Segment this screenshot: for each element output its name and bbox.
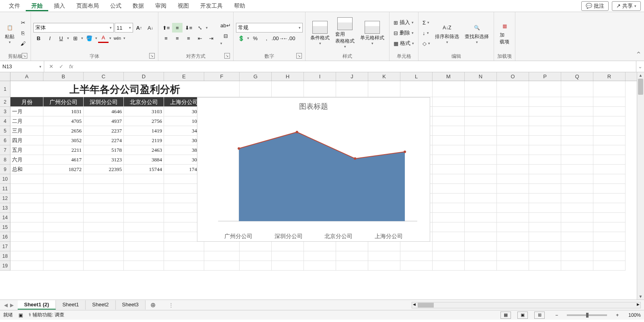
cell[interactable] (561, 145, 593, 155)
cell[interactable] (529, 136, 561, 145)
cell[interactable] (84, 222, 124, 232)
cell[interactable] (497, 81, 529, 97)
align-center-button[interactable]: ≡ (172, 33, 183, 43)
col-header[interactable]: R (593, 72, 626, 81)
cell[interactable]: 3123 (84, 155, 124, 165)
cell[interactable] (529, 81, 561, 97)
cell[interactable] (497, 242, 529, 251)
col-header[interactable]: H (272, 72, 304, 81)
cell[interactable] (593, 194, 626, 203)
cell[interactable] (304, 81, 336, 97)
embedded-chart[interactable]: 图表标题 广州分公司 深圳分公司 北京分公司 上海分公司 (197, 97, 430, 242)
cell[interactable] (593, 81, 626, 97)
cell[interactable]: 六月 (10, 155, 43, 165)
cell[interactable] (497, 145, 529, 155)
tab-insert[interactable]: 插入 (48, 1, 71, 11)
row-header[interactable]: 7 (0, 145, 10, 155)
cell[interactable] (529, 251, 561, 261)
align-bottom-button[interactable]: ⬇≡ (183, 23, 194, 33)
cell[interactable] (529, 184, 561, 194)
cell[interactable] (593, 165, 626, 174)
col-header[interactable]: O (497, 72, 529, 81)
cell[interactable] (272, 81, 304, 97)
cell[interactable] (433, 213, 465, 222)
paste-button[interactable]: 📋 粘贴▾ (2, 22, 17, 44)
cell[interactable] (84, 251, 124, 261)
cell[interactable] (124, 174, 164, 184)
format-cells-button[interactable]: ▦ 格式 ▾ (392, 39, 416, 48)
cell[interactable] (593, 174, 626, 184)
cell[interactable] (593, 213, 626, 222)
cell[interactable] (84, 174, 124, 184)
cell[interactable] (304, 261, 336, 271)
orientation-button[interactable]: ⤡ (195, 23, 205, 33)
cell[interactable] (465, 232, 497, 242)
row-header[interactable]: 8 (0, 155, 10, 165)
row-header[interactable]: 10 (0, 174, 10, 184)
cell[interactable]: 三月 (10, 126, 43, 136)
cell[interactable] (10, 213, 43, 222)
conditional-format-button[interactable]: 条件格式▾ (308, 21, 332, 45)
row-header[interactable]: 11 (0, 184, 10, 194)
cell[interactable] (272, 261, 304, 271)
cell[interactable]: 1419 (124, 126, 164, 136)
font-size-select[interactable]: 11▾ (115, 23, 133, 33)
fill-color-button[interactable]: 🪣 (84, 33, 94, 43)
cell[interactable] (10, 261, 43, 271)
cell[interactable] (433, 116, 465, 126)
cell[interactable] (43, 213, 84, 222)
cell[interactable] (593, 251, 626, 261)
cell[interactable] (497, 184, 529, 194)
row-header[interactable]: 12 (0, 194, 10, 203)
cell[interactable] (336, 251, 368, 261)
cell[interactable] (593, 126, 626, 136)
cell[interactable] (465, 174, 497, 184)
number-format-select[interactable]: 常规▾ (236, 23, 303, 33)
cell[interactable] (529, 261, 561, 271)
header-cell[interactable]: 深圳分公司 (84, 97, 124, 107)
cell[interactable] (465, 194, 497, 203)
cell[interactable]: 1031 (43, 107, 84, 116)
cell[interactable] (497, 97, 529, 107)
cell[interactable] (465, 116, 497, 126)
cell[interactable]: 4646 (84, 107, 124, 116)
cell[interactable]: 总和 (10, 165, 43, 174)
cell[interactable]: 15744 (124, 165, 164, 174)
cell[interactable] (10, 222, 43, 232)
sheet-tab[interactable]: Sheet2 (86, 300, 115, 310)
merge-button[interactable]: ⊟ (220, 31, 231, 41)
decrease-indent-button[interactable]: ⇤ (195, 33, 205, 43)
cell[interactable] (400, 81, 433, 97)
cell[interactable]: 4705 (43, 116, 84, 126)
cell[interactable]: 四月 (10, 136, 43, 145)
cell[interactable] (272, 242, 304, 251)
sheet-tab[interactable]: Sheet1 (56, 300, 86, 310)
cell[interactable]: 5178 (84, 145, 124, 155)
row-header[interactable]: 18 (0, 251, 10, 261)
find-select-button[interactable]: 🔍查找和选择▾ (462, 22, 491, 44)
cell[interactable] (124, 194, 164, 203)
cell[interactable] (368, 242, 400, 251)
cell[interactable] (10, 242, 43, 251)
cell[interactable] (84, 203, 124, 213)
col-header[interactable]: Q (561, 72, 593, 81)
cell[interactable] (10, 232, 43, 242)
cell[interactable] (465, 107, 497, 116)
col-header[interactable]: L (400, 72, 433, 81)
cell[interactable] (497, 174, 529, 184)
cell[interactable] (593, 261, 626, 271)
cell[interactable] (336, 261, 368, 271)
cell[interactable] (529, 174, 561, 184)
cut-button[interactable]: ✂ (18, 18, 28, 27)
col-header[interactable]: C (84, 72, 124, 81)
zoom-slider[interactable] (567, 314, 607, 316)
col-header[interactable]: D (124, 72, 164, 81)
cell[interactable] (400, 251, 433, 261)
cell[interactable] (529, 145, 561, 155)
cell[interactable]: 2237 (84, 126, 124, 136)
cell[interactable] (593, 222, 626, 232)
cell[interactable] (561, 174, 593, 184)
cell[interactable] (465, 97, 497, 107)
cell[interactable] (593, 184, 626, 194)
cell[interactable] (529, 107, 561, 116)
